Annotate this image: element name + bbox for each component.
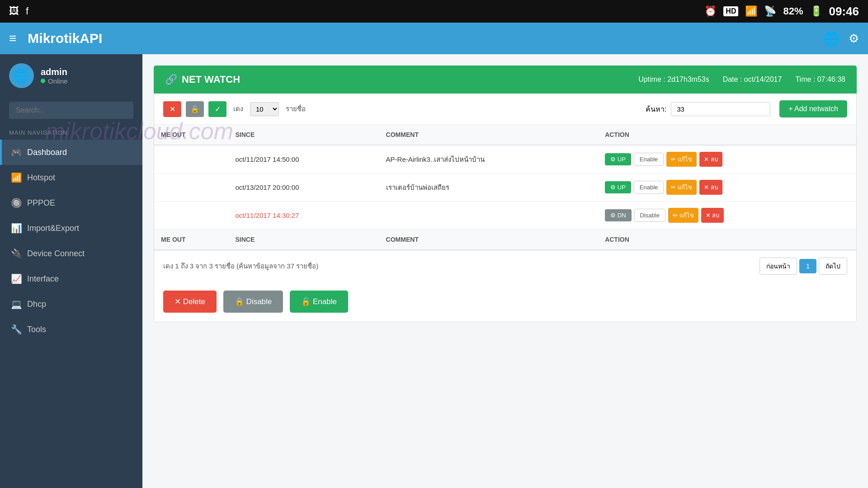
facebook-icon: f (26, 5, 28, 17)
app-header: ≡ MikrotikAPI 🌐 ⚙ (0, 23, 868, 54)
time-display: 09:46 (829, 5, 859, 19)
col-timeout: ME OUT (154, 125, 229, 145)
delete-btn-2[interactable]: ✕ ลบ (699, 180, 722, 195)
enable-btn-2[interactable]: Enable (634, 181, 664, 194)
cell-since-2: oct/13/2017 20:00:00 (229, 174, 379, 202)
menu-toggle-icon[interactable]: ≡ (9, 31, 16, 46)
status-bar-left: 🖼 f (9, 5, 28, 17)
col-comment-footer: COMMENT (379, 230, 599, 250)
cell-since-1: oct/11/2017 14:50:00 (229, 145, 379, 174)
device-connect-icon: 🔌 (11, 248, 22, 259)
nav-label-interface: Interface (27, 274, 59, 284)
dn-btn-3[interactable]: ⚙ DN (605, 209, 631, 221)
table-footer-header-row: ME OUT SINCE COMMENT ACTION (154, 230, 856, 250)
current-page-btn[interactable]: 1 (799, 259, 816, 273)
col-action: ACTION (598, 125, 856, 145)
col-comment: COMMENT (379, 125, 599, 145)
delete-toolbar-btn[interactable]: ✕ (163, 101, 181, 117)
sidebar: 🌐 admin Online MAIN NAVIGATION 🎮 Dashboa… (0, 54, 142, 488)
table-header-row: ME OUT SINCE COMMENT ACTION (154, 125, 856, 145)
uptime-display: Uptime : 2d17h3m53s (638, 75, 709, 84)
enable-btn-1[interactable]: Enable (634, 153, 664, 166)
gallery-icon: 🖼 (9, 5, 19, 17)
netwatch-title-text: NET WATCH (182, 74, 240, 85)
cell-action-2: ⚙ UP Enable ✏ แก้ไข ✕ ลบ (598, 174, 856, 202)
sidebar-item-tools[interactable]: 🔧 Tools (0, 317, 142, 342)
col-since: SINCE (229, 125, 379, 145)
bottom-delete-button[interactable]: ✕ Delete (163, 291, 217, 313)
sidebar-item-dashboard[interactable]: 🎮 Dashboard (0, 140, 142, 165)
sidebar-item-interface[interactable]: 📈 Interface (0, 266, 142, 291)
wifi-icon: 📶 (745, 5, 757, 17)
header-icons: 🌐 ⚙ (823, 31, 859, 47)
next-page-btn[interactable]: ถัดไป (819, 258, 847, 275)
disable-toolbar-btn[interactable]: 🔒 (186, 101, 204, 117)
user-name: admin (41, 67, 67, 77)
cell-comment-1: AP-Re-Airlink3..เสาส่งไปหน้าบ้าน (379, 145, 599, 174)
main-layout: 🌐 admin Online MAIN NAVIGATION 🎮 Dashboa… (0, 54, 868, 488)
user-status: Online (41, 77, 67, 85)
sidebar-item-import-export[interactable]: 📊 Import&Export (0, 216, 142, 241)
netwatch-title: 🔗 NET WATCH (165, 74, 240, 85)
status-bar: 🖼 f ⏰ HD 📶 📡 82% 🔋 09:46 (0, 0, 868, 23)
table-row: oct/13/2017 20:00:00 เราเตอร์บ้านพ่อเสถี… (154, 174, 856, 202)
battery-icon: 🔋 (810, 5, 822, 17)
nav-label-pppoe: PPPOE (27, 198, 55, 208)
search-field[interactable] (671, 102, 770, 116)
sidebar-item-dhcp[interactable]: 💻 Dhcp (0, 291, 142, 317)
table-toolbar: ✕ 🔒 ✓ เดง 10 25 50 100 รายชื่อ ค้ (154, 94, 856, 125)
avatar: 🌐 (9, 63, 34, 88)
cell-action-3: ⚙ DN Disable ✏ แก้ไข ✕ ลบ (598, 202, 856, 230)
sidebar-item-device-connect[interactable]: 🔌 Device Connect (0, 241, 142, 266)
bottom-enable-button[interactable]: 🔓 Enable (290, 291, 348, 313)
edit-btn-3[interactable]: ✏ แก้ไข (668, 208, 698, 223)
col-since-footer: SINCE (229, 230, 379, 250)
table-footer: เดง 1 ถึง 3 จาก 3 รายชื่อ (ค้นหาข้อมูลจา… (154, 250, 856, 282)
netwatch-icon: 🔗 (165, 74, 177, 85)
delete-btn-3[interactable]: ✕ ลบ (701, 208, 724, 223)
sidebar-item-pppoe[interactable]: 🔘 PPPOE (0, 190, 142, 216)
nav-label-dashboard: Dashboard (27, 148, 67, 157)
enable-toolbar-btn[interactable]: ✓ (208, 101, 226, 117)
online-indicator (41, 79, 45, 83)
search-input[interactable] (9, 102, 133, 119)
nav-label-import-export: Import&Export (27, 224, 79, 233)
up-btn-1[interactable]: ⚙ UP (605, 153, 631, 165)
up-btn-2[interactable]: ⚙ UP (605, 181, 631, 193)
time-info-display: Time : 07:46:38 (795, 75, 845, 84)
user-section: 🌐 admin Online (0, 54, 142, 97)
pppoe-icon: 🔘 (11, 197, 22, 208)
import-export-icon: 📊 (11, 223, 22, 234)
pagination: ก่อนหน้า 1 ถัดไป (760, 258, 847, 275)
edit-btn-1[interactable]: ✏ แก้ไข (666, 152, 697, 167)
signal-icon: 📡 (764, 5, 776, 17)
sidebar-item-hotspot[interactable]: 📶 Hotspot (0, 165, 142, 190)
tools-icon: 🔧 (11, 324, 22, 335)
prev-page-btn[interactable]: ก่อนหน้า (760, 258, 797, 275)
netwatch-header: 🔗 NET WATCH Uptime : 2d17h3m53s Date : o… (154, 66, 857, 94)
user-info: admin Online (41, 67, 67, 85)
entries-label: รายชื่อ (286, 103, 306, 114)
date-display: Date : oct/14/2017 (723, 75, 782, 84)
cell-since-3: oct/11/2017 14:30:27 (229, 202, 379, 230)
delete-btn-1[interactable]: ✕ ลบ (699, 152, 722, 167)
data-table: ME OUT SINCE COMMENT ACTION oct/11/2017 … (154, 125, 856, 250)
nav-label-device-connect: Device Connect (27, 249, 85, 258)
nav-label-tools: Tools (27, 325, 46, 334)
bottom-disable-button[interactable]: 🔒 Disable (223, 291, 283, 313)
status-text: Online (48, 77, 67, 85)
add-netwatch-button[interactable]: + Add netwatch (779, 100, 847, 117)
nav-label-hotspot: Hotspot (27, 173, 55, 183)
edit-btn-2[interactable]: ✏ แก้ไข (666, 180, 697, 195)
hd-icon: HD (723, 6, 738, 16)
cell-comment-2: เราเตอร์บ้านพ่อเสถียร (379, 174, 599, 202)
summary-text: เดง 1 ถึง 3 จาก 3 รายชื่อ (ค้นหาข้อมูลจา… (163, 261, 318, 272)
count-select[interactable]: 10 25 50 100 (250, 102, 279, 116)
show-label: เดง (233, 103, 243, 114)
disable-btn-3[interactable]: Disable (634, 209, 665, 222)
status-bar-right: ⏰ HD 📶 📡 82% 🔋 09:46 (704, 5, 859, 19)
globe-icon: 🌐 (823, 31, 840, 47)
cell-timeout-3 (154, 202, 229, 230)
settings-icon[interactable]: ⚙ (849, 32, 859, 46)
netwatch-stats: Uptime : 2d17h3m53s Date : oct/14/2017 T… (638, 75, 845, 84)
